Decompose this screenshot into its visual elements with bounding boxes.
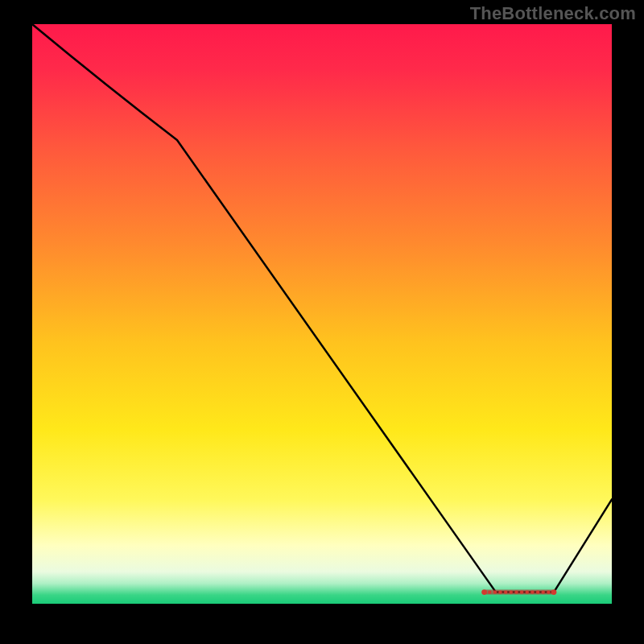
svg-point-2 xyxy=(488,590,491,593)
svg-point-8 xyxy=(520,590,523,593)
svg-point-14 xyxy=(551,589,557,595)
svg-point-11 xyxy=(536,590,539,593)
plot-area xyxy=(32,24,612,604)
svg-point-13 xyxy=(547,590,550,593)
gradient-background xyxy=(32,24,612,604)
svg-point-10 xyxy=(530,590,534,593)
svg-point-7 xyxy=(514,590,518,593)
svg-point-3 xyxy=(493,590,497,593)
svg-point-1 xyxy=(481,589,487,595)
svg-point-6 xyxy=(510,590,513,593)
svg-point-4 xyxy=(498,590,502,593)
svg-point-12 xyxy=(542,590,545,593)
plot-svg xyxy=(32,24,612,604)
chart-canvas: TheBottleneck.com xyxy=(0,0,644,644)
svg-point-9 xyxy=(526,590,529,593)
watermark-text: TheBottleneck.com xyxy=(470,3,636,24)
marker-band xyxy=(481,589,556,595)
svg-point-5 xyxy=(504,590,507,593)
